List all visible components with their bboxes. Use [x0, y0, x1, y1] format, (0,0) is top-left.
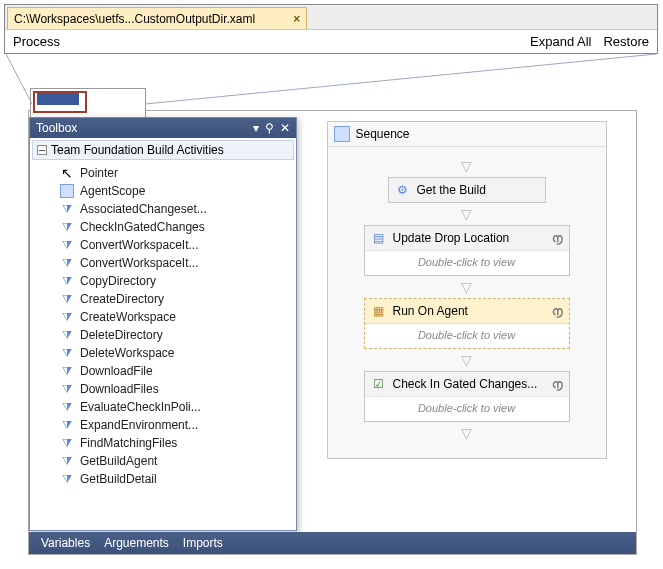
activity-icon: [60, 328, 74, 342]
activity-icon: [60, 274, 74, 288]
svg-line-0: [6, 54, 32, 104]
workflow-canvas[interactable]: Sequence ▽ Get the Build ▽ Up: [307, 111, 636, 532]
chevron-down-icon[interactable]: ൱: [552, 231, 563, 245]
toolbox-item-label: Pointer: [80, 166, 118, 180]
toolbox-group-header[interactable]: Team Foundation Build Activities: [32, 140, 294, 160]
toolbox-item[interactable]: ConvertWorkspaceIt...: [30, 254, 296, 272]
scope-icon: [60, 184, 74, 198]
activity-icon: [60, 454, 74, 468]
toolbox-pin-icon[interactable]: ⚲: [265, 121, 274, 135]
toolbox-item-label: CreateDirectory: [80, 292, 164, 306]
toolbox-item-label: ExpandEnvironment...: [80, 418, 198, 432]
toolbox-item[interactable]: AssociatedChangeset...: [30, 200, 296, 218]
chevron-down-icon[interactable]: ൱: [552, 304, 563, 318]
toolbox-item[interactable]: CreateWorkspace: [30, 308, 296, 326]
toolbox-item-label: DownloadFiles: [80, 382, 159, 396]
collapse-icon[interactable]: [37, 145, 47, 155]
gear-icon: [395, 182, 411, 198]
restore-link[interactable]: Restore: [603, 34, 649, 49]
designer-bottom-tabs: Variables Arguements Imports: [29, 532, 636, 554]
flow-arrow-icon: ▽: [461, 279, 472, 295]
toolbox-item[interactable]: ExpandEnvironment...: [30, 416, 296, 434]
check-icon: [371, 376, 387, 392]
node-check-in-gated[interactable]: Check In Gated Changes... ൱ Double-click…: [364, 371, 570, 422]
flow-arrow-icon: ▽: [461, 158, 472, 174]
toolbox-item-label: CreateWorkspace: [80, 310, 176, 324]
node-run-on-agent[interactable]: Run On Agent ൱ Double-click to view: [364, 298, 570, 349]
toolbox-item[interactable]: CopyDirectory: [30, 272, 296, 290]
activity-icon: [60, 436, 74, 450]
toolbox-item-label: FindMatchingFiles: [80, 436, 177, 450]
sequence-label: Sequence: [356, 127, 410, 141]
toolbox-panel: Toolbox ▾ ⚲ ✕ Team Foundation Build Acti…: [29, 117, 297, 531]
activity-icon: [60, 382, 74, 396]
node-hint: Double-click to view: [365, 324, 569, 348]
toolbox-item[interactable]: Pointer: [30, 164, 296, 182]
activity-icon: [60, 310, 74, 324]
tab-variables[interactable]: Variables: [41, 536, 90, 550]
toolbox-group-label: Team Foundation Build Activities: [51, 143, 224, 157]
toolbox-list: PointerAgentScopeAssociatedChangeset...C…: [30, 162, 296, 530]
node-title: Update Drop Location: [393, 231, 510, 245]
chevron-down-icon[interactable]: ൱: [552, 377, 563, 391]
close-tab-icon[interactable]: ×: [293, 12, 300, 26]
file-tab-path: C:\Workspaces\uetfs...CustomOutputDir.xa…: [14, 12, 255, 26]
activity-icon: [60, 472, 74, 486]
toolbox-item-label: ConvertWorkspaceIt...: [80, 238, 199, 252]
toolbox-titlebar[interactable]: Toolbox ▾ ⚲ ✕: [30, 118, 296, 138]
agent-icon: [371, 303, 387, 319]
expand-all-link[interactable]: Expand All: [530, 34, 591, 49]
designer-workspace: Toolbox ▾ ⚲ ✕ Team Foundation Build Acti…: [28, 110, 637, 555]
toolbox-item[interactable]: AgentScope: [30, 182, 296, 200]
breadcrumb-root[interactable]: Process: [13, 34, 60, 49]
activity-icon: [60, 400, 74, 414]
toolbox-item-label: AssociatedChangeset...: [80, 202, 207, 216]
node-update-drop[interactable]: Update Drop Location ൱ Double-click to v…: [364, 225, 570, 276]
pointer-icon: [60, 166, 74, 180]
tab-arguments[interactable]: Arguements: [104, 536, 169, 550]
toolbox-item[interactable]: GetBuildAgent: [30, 452, 296, 470]
sequence-container[interactable]: Sequence ▽ Get the Build ▽ Up: [327, 121, 607, 459]
toolbox-item[interactable]: CreateDirectory: [30, 290, 296, 308]
toolbox-item-label: DeleteWorkspace: [80, 346, 175, 360]
toolbox-item-label: GetBuildAgent: [80, 454, 157, 468]
toolbox-item[interactable]: ConvertWorkspaceIt...: [30, 236, 296, 254]
toolbox-item[interactable]: FindMatchingFiles: [30, 434, 296, 452]
node-hint: Double-click to view: [365, 251, 569, 275]
tab-imports[interactable]: Imports: [183, 536, 223, 550]
toolbox-item-label: GetBuildDetail: [80, 472, 157, 486]
toolbox-item-label: DownloadFile: [80, 364, 153, 378]
toolbox-item-label: CopyDirectory: [80, 274, 156, 288]
toolbox-item[interactable]: DeleteDirectory: [30, 326, 296, 344]
tab-strip: C:\Workspaces\uetfs...CustomOutputDir.xa…: [5, 5, 657, 29]
toolbox-dropdown-icon[interactable]: ▾: [253, 121, 259, 135]
activity-icon: [60, 364, 74, 378]
toolbox-item[interactable]: DownloadFiles: [30, 380, 296, 398]
toolbox-item[interactable]: CheckInGatedChanges: [30, 218, 296, 236]
flow-arrow-icon: ▽: [461, 352, 472, 368]
activity-icon: [60, 292, 74, 306]
callout-window: C:\Workspaces\uetfs...CustomOutputDir.xa…: [4, 4, 658, 54]
toolbox-item[interactable]: EvaluateCheckInPoli...: [30, 398, 296, 416]
toolbox-item[interactable]: DownloadFile: [30, 362, 296, 380]
node-get-build[interactable]: Get the Build: [388, 177, 546, 203]
sequence-icon: [334, 126, 350, 142]
node-hint: Double-click to view: [365, 397, 569, 421]
toolbox-item[interactable]: DeleteWorkspace: [30, 344, 296, 362]
sequence-header[interactable]: Sequence: [328, 122, 606, 147]
svg-line-1: [145, 54, 656, 104]
node-title: Get the Build: [417, 183, 486, 197]
toolbox-item-label: EvaluateCheckInPoli...: [80, 400, 201, 414]
flow-arrow-icon: ▽: [461, 206, 472, 222]
activity-icon: [60, 346, 74, 360]
toolbox-item-label: DeleteDirectory: [80, 328, 163, 342]
file-tab[interactable]: C:\Workspaces\uetfs...CustomOutputDir.xa…: [7, 7, 307, 29]
activity-icon: [60, 256, 74, 270]
node-title: Check In Gated Changes...: [393, 377, 538, 391]
activity-icon: [60, 418, 74, 432]
toolbox-close-icon[interactable]: ✕: [280, 121, 290, 135]
toolbox-item-label: ConvertWorkspaceIt...: [80, 256, 199, 270]
flow-arrow-icon: ▽: [461, 425, 472, 441]
toolbox-title-label: Toolbox: [36, 121, 77, 135]
toolbox-item[interactable]: GetBuildDetail: [30, 470, 296, 488]
